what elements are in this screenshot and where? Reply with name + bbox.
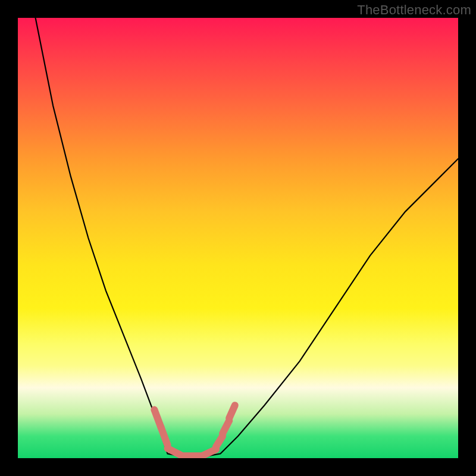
watermark-text: TheBottleneck.com — [357, 2, 471, 18]
curve-layer — [18, 18, 458, 458]
valley-dash — [216, 436, 223, 447]
valley-dash — [229, 405, 235, 418]
bottleneck-curve — [36, 18, 458, 457]
bottleneck-curve-path — [36, 18, 458, 457]
gradient-plot-area — [18, 18, 458, 458]
chart-frame: TheBottleneck.com — [0, 0, 476, 476]
valley-dash — [223, 421, 229, 434]
valley-highlight — [154, 405, 234, 456]
valley-dash — [161, 427, 168, 445]
